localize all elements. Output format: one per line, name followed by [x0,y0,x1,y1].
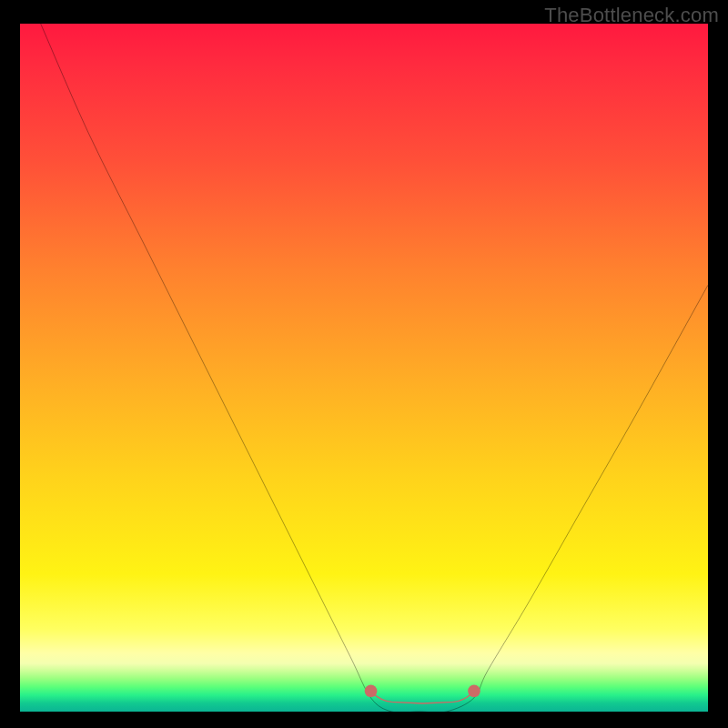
svg-point-1 [468,685,480,698]
optimal-flat-region [20,24,708,712]
svg-point-0 [365,685,378,698]
watermark-text: TheBottleneck.com [544,4,719,27]
chart-plot-area [20,24,708,712]
